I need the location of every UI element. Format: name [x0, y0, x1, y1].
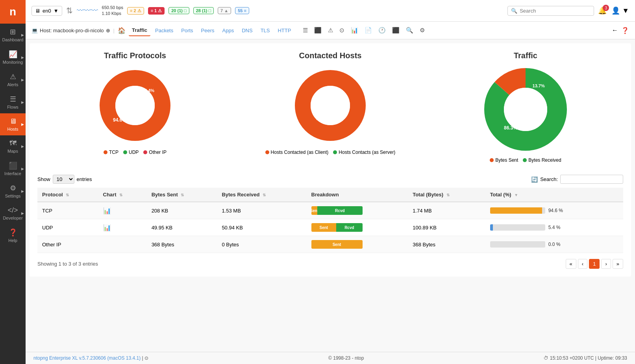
nav-packets[interactable]: Packets: [152, 25, 176, 36]
alert-badge-orange[interactable]: ≡ 2 ⚠: [127, 7, 144, 15]
flows-icon: ☰: [10, 95, 16, 103]
breakdown-rcvd: Rcvd: [336, 223, 362, 232]
cell-protocol: Other IP: [37, 236, 98, 253]
circle-icon[interactable]: ⊙: [338, 25, 346, 35]
cell-total-pct: 5.4 %: [485, 219, 623, 236]
chart-link[interactable]: 📊: [103, 224, 111, 231]
refresh-icon[interactable]: 🔄: [531, 176, 538, 183]
sidebar-item-maps[interactable]: 🗺 Maps ▶: [0, 135, 26, 157]
table-search-input[interactable]: [560, 175, 623, 184]
col-bytes-received[interactable]: Bytes Received ⇅: [217, 188, 306, 202]
sort-icon: ⇅: [446, 193, 450, 197]
nav-tls[interactable]: TLS: [257, 25, 273, 36]
chevron-right-icon: ▶: [21, 55, 24, 59]
page-last[interactable]: »: [613, 259, 623, 269]
chevron-right-icon: ▶: [21, 144, 24, 148]
breakdown-sent: Sent: [311, 223, 337, 232]
sidebar-item-settings[interactable]: ⚙ Settings ▶: [0, 180, 26, 202]
sidebar-item-help[interactable]: ❓ Help: [0, 224, 26, 247]
content-area: Traffic Protocols 5.4%: [26, 39, 635, 352]
alert-badge-gray[interactable]: 7 ▲: [218, 7, 231, 14]
laptop-icon: 💻: [31, 28, 38, 33]
topology-icon[interactable]: ⊕: [106, 28, 110, 33]
alert-badge-green1[interactable]: 20 (1) □: [168, 7, 189, 14]
chart-link[interactable]: 📊: [103, 207, 111, 214]
chart-traffic-title: Traffic: [514, 51, 537, 60]
filter-icon[interactable]: ⬛: [313, 25, 323, 35]
alert-badge-red[interactable]: ≡ 1 ⚠: [148, 7, 165, 15]
document-icon[interactable]: 📄: [363, 25, 374, 35]
alert-badge-green2[interactable]: 28 (1) □: [193, 7, 214, 14]
cell-protocol: TCP: [37, 202, 98, 219]
breakdown-rcvd: Rcvd: [317, 206, 362, 215]
col-protocol[interactable]: Protocol ⇅: [37, 188, 98, 202]
col-bytes-sent[interactable]: Bytes Sent ⇅: [147, 188, 217, 202]
entries-select[interactable]: 10 25 50 100: [53, 175, 74, 184]
chart-bar-icon[interactable]: 📊: [349, 25, 360, 35]
sidebar-item-dashboard[interactable]: ⊞ Dashboard ▶: [0, 24, 26, 46]
legend-udp-label: UDP: [129, 150, 139, 155]
udp-pct-label: 5.4%: [144, 88, 154, 93]
chart-traffic: Traffic 86.3% 13.7%: [438, 51, 613, 163]
gear-icon[interactable]: ⚙: [418, 25, 426, 35]
help-icon[interactable]: ❓: [621, 27, 629, 34]
sidebar-item-flows[interactable]: ☰ Flows ▶: [0, 91, 26, 113]
pct-value: 0.0 %: [548, 242, 561, 247]
zoom-icon[interactable]: 🔍: [404, 25, 415, 35]
back-icon[interactable]: ←: [612, 27, 618, 34]
udp-dot: [123, 150, 127, 154]
version-link[interactable]: ntopng Enterprise XL v.5.7.230606 (macOS…: [33, 355, 141, 361]
page-next[interactable]: ›: [601, 259, 611, 269]
breakdown-sent: Sent: [311, 206, 318, 215]
list-icon[interactable]: ☰: [301, 25, 309, 35]
chevron-right-icon: ▶: [21, 100, 24, 104]
search-box[interactable]: 🔍: [507, 6, 594, 16]
cell-bytes-received: 50.94 KB: [217, 219, 306, 236]
alert-value: 7 ▲: [220, 8, 228, 13]
col-chart[interactable]: Chart ⇅: [98, 188, 147, 202]
alert-badge-blue[interactable]: 55 ≡: [235, 7, 249, 14]
legend-bytes-sent-label: Bytes Sent: [495, 157, 518, 163]
sidebar-item-monitoring[interactable]: 📈 Monitoring ▶: [0, 46, 26, 68]
clock-icon[interactable]: 🕐: [377, 25, 387, 35]
page-1[interactable]: 1: [589, 259, 600, 269]
nav-traffic[interactable]: Traffic: [129, 25, 150, 36]
notification-bell[interactable]: 🔔 3: [598, 6, 607, 15]
sidebar-item-alerts[interactable]: ⚠ Alerts ▶: [0, 68, 26, 91]
nav-apps[interactable]: Apps: [219, 25, 237, 36]
nav-dns[interactable]: DNS: [239, 25, 255, 36]
chart-hosts: Contacted Hosts 100.0% Hosts Contacted (…: [243, 51, 418, 155]
page-prev[interactable]: ‹: [578, 259, 587, 269]
cell-chart: [98, 236, 147, 253]
pct-value: 5.4 %: [548, 225, 561, 230]
layers-icon[interactable]: ⬛: [391, 25, 401, 35]
search-input[interactable]: [520, 8, 591, 14]
legend-contacted-server: Hosts Contacts (as Server): [333, 150, 395, 155]
sidebar-item-label: Help: [8, 238, 17, 243]
sidebar-item-interface[interactable]: ⬛ Interface ▶: [0, 157, 26, 180]
show-label: Show: [37, 176, 50, 182]
pagination-info: Showing 1 to 3 of 3 entries: [37, 261, 98, 267]
col-total-bytes[interactable]: Total (Bytes) ⇅: [408, 188, 485, 202]
table-row: UDP📊49.95 KB50.94 KBSentRcvd100.89 KB5.4…: [37, 219, 623, 236]
alert-value: 28 (1) □: [196, 8, 211, 13]
user-menu[interactable]: 👤 ▼: [611, 6, 629, 15]
legend-client-label: Hosts Contacted (as Client): [271, 150, 329, 155]
nav-http[interactable]: HTTP: [274, 25, 294, 36]
home-icon[interactable]: 🏠: [118, 27, 126, 34]
sidebar-item-developer[interactable]: </> Developer ▶: [0, 202, 26, 224]
nav-peers[interactable]: Peers: [198, 25, 218, 36]
nav-ports[interactable]: Ports: [178, 25, 196, 36]
github-icon[interactable]: ⊙: [144, 355, 148, 361]
cell-total-pct: 0.0 %: [485, 236, 623, 253]
sidebar-item-label: Flows: [7, 105, 19, 109]
show-entries: Show 10 25 50 100 entries: [37, 175, 92, 184]
page-first[interactable]: «: [566, 259, 576, 269]
warning-icon[interactable]: ⚠: [326, 25, 335, 35]
app-logo[interactable]: n: [0, 0, 26, 24]
col-breakdown: Breakdown: [307, 188, 408, 202]
col-total-pct[interactable]: Total (%) ▼: [485, 188, 623, 202]
interface-selector[interactable]: 🖥 en0 ▼: [31, 6, 62, 16]
sidebar-item-hosts[interactable]: 🖥 Hosts ▶: [0, 113, 26, 135]
cell-chart: 📊: [98, 202, 147, 219]
